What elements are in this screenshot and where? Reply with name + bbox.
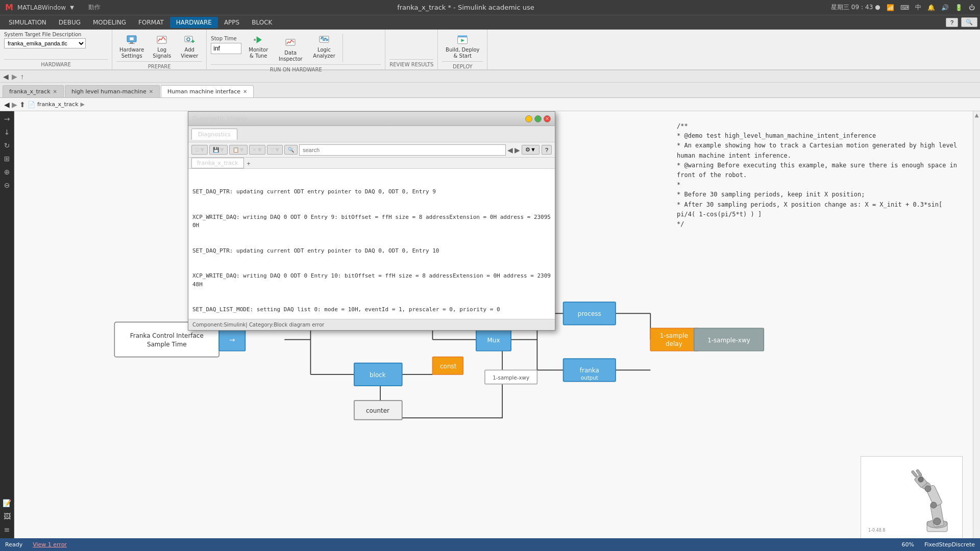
dropdown-icon[interactable]: ▼ bbox=[70, 5, 74, 10]
monitor-tune-btn[interactable]: Monitor& Tune bbox=[246, 32, 271, 61]
add-viewer-btn[interactable]: AddViewer bbox=[177, 32, 202, 61]
stop-time-label: Stop Time bbox=[211, 36, 241, 41]
tab-franka-close[interactable]: ✕ bbox=[53, 89, 57, 94]
log-line-4: SET_DAQ_LIST_MODE: setting DAQ list 0: m… bbox=[192, 306, 551, 314]
diag-save-btn[interactable]: 💾 ▼ bbox=[209, 145, 228, 155]
review-section-label: REVIEW RESULTS bbox=[389, 59, 433, 67]
sidebar-arrow-icon[interactable]: → bbox=[2, 113, 13, 124]
sidebar-fit-icon[interactable]: ⊞ bbox=[2, 153, 13, 164]
help-button[interactable]: ? bbox=[946, 18, 958, 27]
system-target-label: System Target File Description bbox=[4, 32, 81, 37]
sidebar-refresh-icon[interactable]: ↻ bbox=[2, 140, 13, 151]
log-line-3: XCP_WRITE_DAQ: writing DAQ 0 ODT 0 Entry… bbox=[192, 272, 551, 289]
breadcrumb-fwd[interactable]: ▶ bbox=[12, 101, 17, 109]
diag-search-btn[interactable]: 🔍 bbox=[284, 145, 298, 155]
menu-simulation[interactable]: SIMULATION bbox=[3, 17, 53, 28]
menu-apps[interactable]: APPS bbox=[218, 17, 246, 28]
canvas-scrollbar[interactable]: ▲ ▼ bbox=[973, 111, 980, 550]
filter-icon: ⊡ bbox=[195, 147, 199, 153]
tab-franka-x-track[interactable]: franka_x_track ✕ bbox=[3, 85, 64, 97]
diag-next-btn[interactable]: ▶ bbox=[514, 146, 520, 154]
copy-label: ▼ bbox=[240, 147, 244, 153]
diag-log-lines: SET_DAQ_PTR: updating current ODT entry … bbox=[188, 169, 555, 319]
data-inspector-btn[interactable]: DataInspector bbox=[275, 35, 306, 64]
status-right: 60% FixedStepDiscrete bbox=[902, 541, 975, 548]
diagnostics-tab[interactable]: Diagnostics bbox=[191, 129, 237, 140]
code-line-2: * An example showing how to track a Cart… bbox=[677, 141, 963, 160]
menu-hardware[interactable]: HARDWARE bbox=[170, 17, 218, 28]
tab-high-level[interactable]: high level human-machine ✕ bbox=[65, 85, 160, 97]
subtitle-tabs: franka_x_track + bbox=[188, 158, 555, 169]
menu-format[interactable]: FORMAT bbox=[132, 17, 170, 28]
menu-block[interactable]: BLOCK bbox=[246, 17, 278, 28]
datetime: 星期三 09：43 ● bbox=[831, 3, 880, 12]
volume-icon: 🔊 bbox=[941, 4, 949, 11]
sidebar-image-icon[interactable]: 🖼 bbox=[2, 511, 13, 522]
ribbon-review: REVIEW RESULTS bbox=[385, 30, 438, 69]
diag-filter-btn[interactable]: ⊡ ▼ bbox=[191, 145, 208, 155]
tab-high-level-close[interactable]: ✕ bbox=[149, 89, 153, 94]
diagnostic-viewer-dialog[interactable]: Diagnostic Viewer ✕ Diagnostics ⊡ ▼ bbox=[188, 111, 555, 331]
svg-text:1-sample-xwy: 1-sample-xwy bbox=[493, 374, 529, 381]
diag-copy-btn[interactable]: 📋 ▼ bbox=[229, 145, 248, 155]
logic-analyzer-btn[interactable]: LogicAnalyzer bbox=[310, 32, 338, 61]
tab-human-machine[interactable]: Human machine interface ✕ bbox=[161, 85, 254, 97]
power-icon: ⏻ bbox=[969, 4, 975, 11]
log-signals-icon bbox=[156, 34, 168, 46]
code-line-6: * After 30 sampling periods, X position … bbox=[677, 200, 963, 219]
diag-content[interactable]: SET_DAQ_PTR: updating current ODT entry … bbox=[188, 169, 555, 319]
svg-rect-15 bbox=[458, 35, 468, 37]
diag-funnel-btn[interactable]: ▽ ▼ bbox=[267, 145, 283, 155]
dialog-minimize-btn[interactable] bbox=[525, 115, 532, 122]
tab-human-machine-close[interactable]: ✕ bbox=[243, 89, 247, 94]
add-viewer-label: AddViewer bbox=[181, 47, 198, 59]
stop-time-input[interactable] bbox=[211, 43, 241, 54]
search-button[interactable]: 🔍 bbox=[961, 17, 977, 27]
breadcrumb-back[interactable]: ◀ bbox=[4, 101, 10, 109]
diag-prev-btn[interactable]: ◀ bbox=[507, 146, 513, 154]
svg-point-61 bbox=[925, 486, 931, 492]
view-error-link[interactable]: View 1 error bbox=[33, 541, 67, 548]
back-btn[interactable]: ◀ bbox=[3, 72, 9, 81]
menu-modeling[interactable]: MODELING bbox=[87, 17, 132, 28]
logic-analyzer-label: LogicAnalyzer bbox=[313, 47, 335, 59]
diag-help-btn[interactable]: ? bbox=[542, 145, 552, 155]
forward-btn[interactable]: ▶ bbox=[12, 72, 17, 81]
system-target-select[interactable]: franka_emika_panda.tlc bbox=[4, 38, 86, 48]
dialog-close-btn[interactable]: ✕ bbox=[544, 115, 551, 122]
scroll-up-btn[interactable]: ▲ bbox=[975, 112, 979, 118]
sidebar-zoomin-icon[interactable]: ⊕ bbox=[2, 166, 13, 178]
sidebar-zoomout-icon[interactable]: ⊖ bbox=[2, 180, 13, 191]
diag-search-input[interactable] bbox=[299, 144, 506, 156]
sidebar-layers-icon[interactable]: ≡ bbox=[2, 524, 13, 535]
funnel-icon: ▽ bbox=[271, 147, 275, 153]
add-tab-btn[interactable]: + bbox=[244, 159, 254, 168]
sidebar-comment-icon[interactable]: 📝 bbox=[2, 497, 13, 509]
svg-text:1-sample-xwy: 1-sample-xwy bbox=[707, 337, 750, 344]
diag-settings-btn[interactable]: ⚙▼ bbox=[522, 145, 540, 155]
hardware-settings-label: HardwareSettings bbox=[119, 47, 144, 59]
ribbon-system-target: System Target File Description franka_em… bbox=[0, 30, 112, 69]
sidebar-down-icon[interactable]: ↓ bbox=[2, 127, 13, 138]
hardware-settings-btn[interactable]: HardwareSettings bbox=[116, 32, 147, 61]
build-deploy-icon bbox=[456, 34, 469, 46]
breadcrumb-item[interactable]: franka_x_track bbox=[37, 101, 79, 108]
breadcrumb-arrow: ▶ bbox=[81, 101, 85, 108]
breadcrumb-up[interactable]: ⬆ bbox=[19, 101, 26, 109]
log-signals-btn[interactable]: LogSignals bbox=[149, 32, 175, 61]
dialog-controls: ✕ bbox=[525, 115, 551, 122]
svg-text:output: output bbox=[581, 374, 598, 381]
status-left: Ready View 1 error bbox=[5, 541, 67, 548]
dialog-maximize-btn[interactable] bbox=[534, 115, 542, 122]
top-bar-right: 星期三 09：43 ● 📶 ⌨ 中 🔔 🔊 🔋 ⏻ bbox=[831, 3, 975, 12]
run-section-label: RUN ON HARDWARE bbox=[211, 64, 381, 72]
main-area: → ↓ ↻ ⊞ ⊕ ⊖ 📝 🖼 ≡ ⤢ bbox=[0, 111, 980, 550]
code-comment: /** * @demo test high_level_human_machin… bbox=[672, 116, 968, 234]
menu-debug[interactable]: DEBUG bbox=[53, 17, 87, 28]
add-viewer-icon bbox=[183, 34, 195, 46]
up-btn[interactable]: ↑ bbox=[20, 72, 24, 81]
build-deploy-btn[interactable]: Build, Deploy& Start bbox=[442, 32, 483, 61]
franka-track-tab[interactable]: franka_x_track bbox=[191, 158, 244, 168]
diag-clear-btn[interactable]: ✕ ▼ bbox=[249, 145, 265, 155]
app-name[interactable]: MATLABWindow bbox=[17, 4, 66, 11]
